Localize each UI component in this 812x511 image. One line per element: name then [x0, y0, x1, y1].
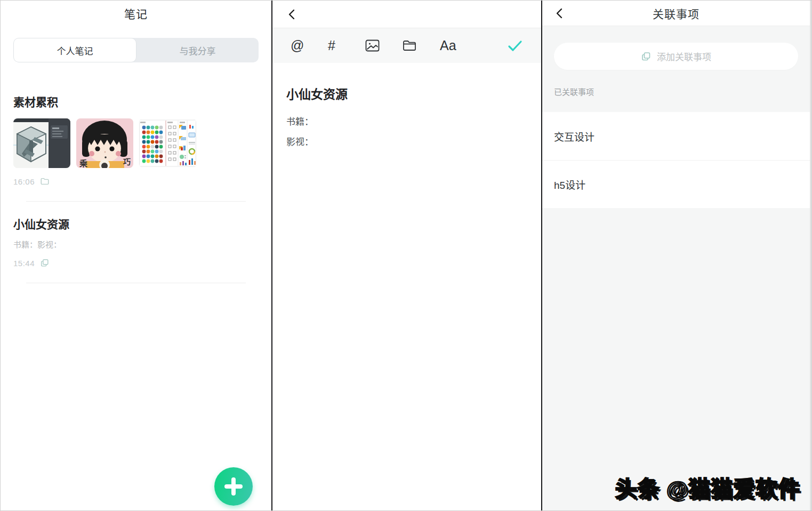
text-format-icon[interactable]: Aa: [440, 38, 477, 53]
copy-icon: [641, 51, 652, 62]
related-item-interaction-design[interactable]: 交互设计: [542, 112, 810, 160]
mention-glyph: @: [291, 38, 304, 53]
tab-shared-with-me[interactable]: 与我分享: [136, 38, 259, 62]
note-timestamp: 15:44: [13, 259, 35, 268]
note-meta: 15:44: [13, 258, 259, 268]
confirm-check-icon[interactable]: [507, 39, 523, 52]
note-meta: 16:06: [13, 177, 259, 186]
note-timestamp: 16:06: [13, 177, 35, 186]
copy-icon: [40, 258, 50, 268]
editor-note-title: 小仙女资源: [286, 84, 527, 102]
svg-text:巧: 巧: [123, 157, 131, 166]
note-title: 小仙女资源: [13, 215, 259, 231]
related-nav-bar: 关联事项: [542, 1, 810, 26]
note-divider: [26, 283, 246, 283]
related-list: 交互设计 h5设计: [542, 112, 810, 208]
note-divider: [26, 201, 246, 202]
folder-icon[interactable]: [403, 40, 440, 51]
folder-icon: [40, 177, 50, 186]
page-title: 笔记: [124, 5, 148, 21]
related-item-label: 交互设计: [554, 129, 594, 143]
back-icon[interactable]: [286, 6, 302, 22]
related-item-label: h5设计: [554, 177, 585, 191]
back-icon[interactable]: [554, 5, 570, 21]
editor-nav-bar: [272, 1, 541, 28]
hashtag-icon[interactable]: #: [328, 38, 365, 53]
tab-personal-notes[interactable]: 个人笔记: [13, 38, 136, 62]
text-format-glyph: Aa: [440, 38, 456, 53]
editor-toolbar: @ # Aa: [272, 28, 541, 63]
notes-header: 笔记: [1, 1, 271, 26]
editor-line-books: 书籍：: [286, 114, 527, 127]
app-screenshot: 笔记 个人笔记 与我分享 素材累积: [0, 0, 812, 511]
mention-icon[interactable]: @: [291, 38, 328, 53]
related-items-panel: 关联事项 添加关联事项 已关联事项 交互设计 h5设计 头条 @猫猫爱软件: [542, 1, 811, 510]
note-thumbnail-design-tool: [13, 118, 70, 168]
hashtag-glyph: #: [328, 38, 335, 53]
note-card-fairy[interactable]: 小仙女资源 书籍：影视： 15:44: [13, 215, 259, 283]
tab-personal-notes-label: 个人笔记: [57, 44, 93, 57]
editor-line-movies: 影视：: [286, 134, 527, 148]
plus-icon: [224, 477, 243, 496]
note-title: 素材累积: [13, 93, 259, 109]
add-note-button[interactable]: [214, 467, 253, 506]
note-editor-panel: @ # Aa: [272, 1, 541, 510]
notes-list-panel: 笔记 个人笔记 与我分享 素材累积: [1, 1, 271, 510]
note-thumbnail-cartoon: 乘 巧: [76, 118, 133, 168]
tab-shared-with-me-label: 与我分享: [180, 44, 216, 57]
editor-body[interactable]: 小仙女资源 书籍： 影视：: [272, 63, 541, 510]
image-icon[interactable]: [365, 39, 403, 52]
related-section-label: 已关联事项: [554, 86, 798, 97]
notes-tab-bar: 个人笔记 与我分享: [13, 38, 259, 62]
note-thumbnails: 乘 巧: [13, 118, 259, 168]
note-thumbnail-icon-sheet: [139, 118, 196, 168]
svg-text:乘: 乘: [79, 159, 87, 168]
note-preview: 书籍：影视：: [13, 238, 259, 250]
related-item-h5-design[interactable]: h5设计: [542, 160, 810, 208]
watermark-text: 头条 @猫猫爱软件: [615, 471, 800, 503]
related-title: 关联事项: [542, 5, 810, 21]
input-placeholder: 添加关联事项: [657, 50, 711, 63]
add-related-item-input[interactable]: 添加关联事项: [554, 43, 798, 70]
note-card-material[interactable]: 素材累积: [13, 93, 259, 202]
